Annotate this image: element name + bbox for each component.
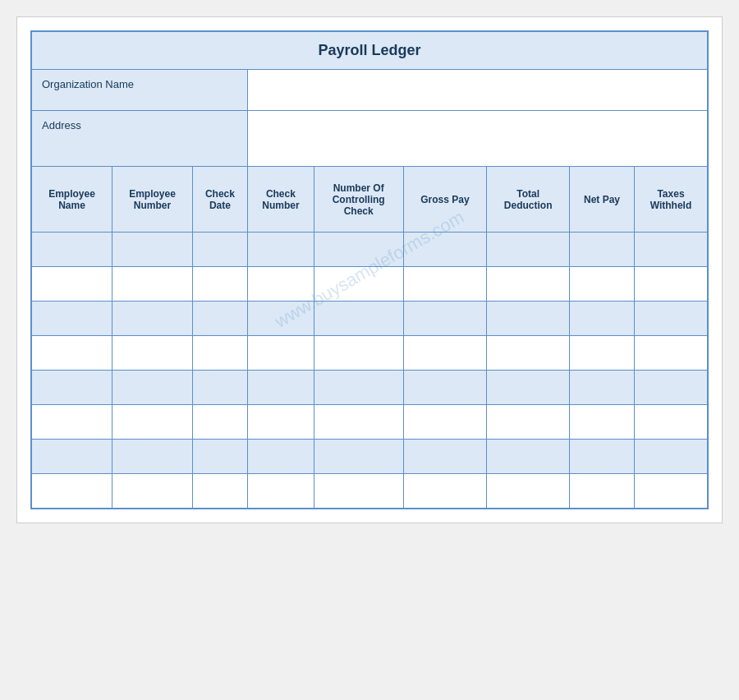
address-value[interactable] xyxy=(247,111,708,167)
table-row xyxy=(31,405,708,440)
cell[interactable] xyxy=(403,405,487,440)
cell[interactable] xyxy=(314,474,403,509)
cell[interactable] xyxy=(247,302,314,336)
cell[interactable] xyxy=(247,336,314,371)
table-row xyxy=(31,336,708,371)
cell[interactable] xyxy=(487,336,570,371)
cell[interactable] xyxy=(487,371,570,405)
table-row xyxy=(31,474,708,509)
cell[interactable] xyxy=(247,405,314,440)
cell[interactable] xyxy=(487,267,570,302)
cell[interactable] xyxy=(403,336,487,371)
cell[interactable] xyxy=(403,302,487,336)
col-net-pay: Net Pay xyxy=(570,167,635,233)
cell[interactable] xyxy=(635,336,709,371)
cell[interactable] xyxy=(635,233,709,267)
col-gross-pay: Gross Pay xyxy=(403,167,487,233)
cell[interactable] xyxy=(112,405,193,440)
cell[interactable] xyxy=(403,233,487,267)
cell[interactable] xyxy=(31,474,112,509)
cell[interactable] xyxy=(192,233,247,267)
cell[interactable] xyxy=(570,233,635,267)
cell[interactable] xyxy=(403,440,487,474)
cell[interactable] xyxy=(314,371,403,405)
payroll-ledger-table: Payroll Ledger Organization Name Address… xyxy=(30,30,709,509)
col-check-number: CheckNumber xyxy=(247,167,314,233)
cell[interactable] xyxy=(247,440,314,474)
cell[interactable] xyxy=(314,233,403,267)
col-number-of-controlling-check: Number OfControllingCheck xyxy=(314,167,403,233)
cell[interactable] xyxy=(31,302,112,336)
cell[interactable] xyxy=(570,405,635,440)
cell[interactable] xyxy=(403,474,487,509)
cell[interactable] xyxy=(192,474,247,509)
address-label: Address xyxy=(31,111,247,167)
cell[interactable] xyxy=(403,371,487,405)
cell[interactable] xyxy=(31,336,112,371)
cell[interactable] xyxy=(570,440,635,474)
cell[interactable] xyxy=(31,371,112,405)
cell[interactable] xyxy=(31,267,112,302)
cell[interactable] xyxy=(314,336,403,371)
cell[interactable] xyxy=(192,302,247,336)
cell[interactable] xyxy=(635,474,709,509)
org-name-row: Organization Name xyxy=(31,70,708,111)
col-total-deduction: TotalDeduction xyxy=(487,167,570,233)
cell[interactable] xyxy=(247,371,314,405)
table-title: Payroll Ledger xyxy=(31,31,708,70)
cell[interactable] xyxy=(314,405,403,440)
org-name-value[interactable] xyxy=(247,70,708,111)
cell[interactable] xyxy=(31,405,112,440)
cell[interactable] xyxy=(314,267,403,302)
cell[interactable] xyxy=(31,440,112,474)
cell[interactable] xyxy=(247,474,314,509)
cell[interactable] xyxy=(192,440,247,474)
cell[interactable] xyxy=(247,267,314,302)
cell[interactable] xyxy=(112,267,193,302)
cell[interactable] xyxy=(487,440,570,474)
cell[interactable] xyxy=(570,336,635,371)
cell[interactable] xyxy=(487,474,570,509)
page-container: www.buysampleforms.com Payroll Ledger Or… xyxy=(16,16,723,523)
cell[interactable] xyxy=(635,405,709,440)
address-row: Address xyxy=(31,111,708,167)
cell[interactable] xyxy=(192,336,247,371)
cell[interactable] xyxy=(112,440,193,474)
cell[interactable] xyxy=(112,371,193,405)
cell[interactable] xyxy=(192,405,247,440)
cell[interactable] xyxy=(247,233,314,267)
cell[interactable] xyxy=(487,405,570,440)
cell[interactable] xyxy=(487,233,570,267)
cell[interactable] xyxy=(487,302,570,336)
cell[interactable] xyxy=(635,302,709,336)
col-employee-number: EmployeeNumber xyxy=(112,167,193,233)
cell[interactable] xyxy=(570,302,635,336)
cell[interactable] xyxy=(31,233,112,267)
cell[interactable] xyxy=(314,440,403,474)
cell[interactable] xyxy=(403,267,487,302)
col-employee-name: EmployeeName xyxy=(31,167,112,233)
cell[interactable] xyxy=(570,474,635,509)
cell[interactable] xyxy=(314,302,403,336)
table-row xyxy=(31,371,708,405)
cell[interactable] xyxy=(112,336,193,371)
table-row xyxy=(31,302,708,336)
table-row xyxy=(31,440,708,474)
table-wrapper: www.buysampleforms.com Payroll Ledger Or… xyxy=(30,30,709,509)
title-row: Payroll Ledger xyxy=(31,31,708,70)
cell[interactable] xyxy=(192,267,247,302)
cell[interactable] xyxy=(570,267,635,302)
col-check-date: CheckDate xyxy=(192,167,247,233)
cell[interactable] xyxy=(112,474,193,509)
cell[interactable] xyxy=(112,302,193,336)
cell[interactable] xyxy=(635,267,709,302)
cell[interactable] xyxy=(635,371,709,405)
cell[interactable] xyxy=(192,371,247,405)
cell[interactable] xyxy=(112,233,193,267)
cell[interactable] xyxy=(570,371,635,405)
table-row xyxy=(31,267,708,302)
org-name-label: Organization Name xyxy=(31,70,247,111)
table-row xyxy=(31,233,708,267)
col-taxes-withheld: TaxesWithheld xyxy=(635,167,709,233)
cell[interactable] xyxy=(635,440,709,474)
